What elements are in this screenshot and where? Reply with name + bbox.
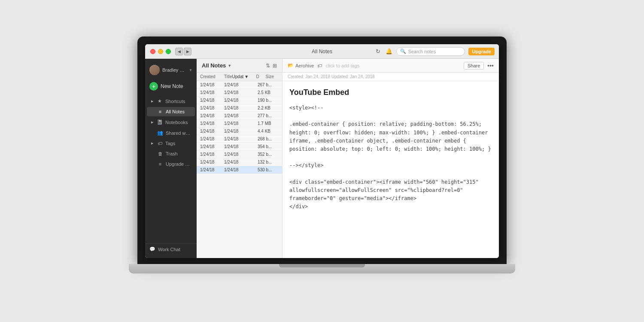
- table-row[interactable]: 1/24/18 ASC Pins 1/24/18 354 b...: [197, 143, 282, 151]
- table-row[interactable]: 1/24/18 Kids Apple ID 1/24/18 277 b...: [197, 112, 282, 120]
- cell-updated: 1/24/18: [224, 167, 248, 172]
- sidebar-item-label: Upgrade Team: [166, 161, 191, 167]
- cell-created: 1/24/18: [200, 82, 224, 87]
- cell-size: 530 b...: [258, 167, 281, 172]
- new-note-button[interactable]: + New Note: [145, 79, 197, 93]
- cell-updated: 1/24/18: [224, 90, 248, 95]
- trash-icon: 🗑: [157, 151, 163, 156]
- cell-updated: 1/24/18: [224, 121, 248, 126]
- cell-created: 1/24/18: [200, 113, 224, 118]
- cell-updated: 1/24/18: [224, 137, 248, 141]
- cell-size: 268 b...: [258, 137, 281, 141]
- detail-toolbar-right: Share •••: [464, 62, 494, 70]
- sidebar-item-label: Notebooks: [165, 120, 188, 125]
- table-row[interactable]: 1/24/18 App Testing 1/24/18 2.2 KB: [197, 104, 282, 112]
- cell-updated: 1/24/18: [224, 129, 248, 134]
- sort-icon[interactable]: ⇅: [266, 63, 270, 69]
- close-button[interactable]: [150, 49, 155, 54]
- sidebar-item-notebooks[interactable]: ▶ 📓 Notebooks: [147, 117, 195, 127]
- col-updated: Updat ▼: [232, 74, 256, 79]
- cell-updated: 1/24/18: [224, 98, 248, 103]
- notes-list-header-icons: ⇅ ⊞: [266, 63, 277, 69]
- sidebar-username: Bradley Chamb...: [162, 67, 186, 73]
- cell-size: 2.2 KB: [258, 106, 281, 110]
- cell-size: 267 b...: [258, 82, 281, 87]
- cell-size: 354 b...: [258, 144, 281, 149]
- sidebar-user[interactable]: Bradley Chamb... ▼: [145, 62, 197, 78]
- table-row[interactable]: 1/24/18 Misc Contacts 1/24/18 2.5 KB: [197, 89, 282, 97]
- triangle-icon: ▶: [151, 100, 153, 103]
- note-body: <style><!-- .embed-container { position:…: [289, 104, 492, 211]
- detail-meta: Created: Jan 24, 2018 Updated: Jan 24, 2…: [283, 73, 499, 81]
- notes-rows: 1/24/18 Barnes and Noble 1/24/18 267 b..…: [197, 81, 282, 258]
- sort-arrow-icon: ▼: [244, 74, 249, 79]
- window-title: All Notes: [312, 49, 332, 55]
- tag-icon: 🏷: [317, 63, 322, 68]
- maximize-button[interactable]: [166, 49, 171, 54]
- sidebar-item-all-notes[interactable]: ≡ All Notes: [147, 107, 195, 116]
- view-toggle-icon[interactable]: ⊞: [273, 63, 277, 69]
- notes-icon: ≡: [157, 109, 163, 114]
- refresh-icon[interactable]: ↻: [374, 48, 382, 55]
- triangle-icon: ▶: [151, 121, 153, 124]
- cell-size: 352 b...: [258, 152, 281, 157]
- detail-toolbar: 📂 Aerohive 🏷 click to add tags Share •••: [283, 59, 499, 73]
- sidebar-item-tags[interactable]: ▶ 🏷 Tags: [147, 139, 195, 148]
- sidebar-item-label: All Notes: [166, 109, 185, 114]
- traffic-lights: [145, 49, 171, 54]
- note-tag-icon: 🏷: [317, 63, 322, 68]
- table-row[interactable]: 1/24/18 SkyMiles 1/24/18 190 b...: [197, 97, 282, 104]
- col-title: Title: [224, 74, 232, 79]
- detail-content: YouTube Embed <style><!-- .embed-contain…: [283, 81, 499, 258]
- more-options-icon[interactable]: •••: [487, 62, 494, 69]
- sidebar-item-upgrade-team[interactable]: ≡ Upgrade Team: [147, 159, 195, 169]
- notes-list-header: All Notes ▼ ⇅ ⊞: [197, 59, 282, 73]
- col-size: Size: [266, 74, 283, 79]
- screen-bezel: ◀ ▶ All Notes ↻ 🔔 🔍 Search notes Upgrade: [137, 36, 507, 264]
- sidebar-item-shared[interactable]: 👥 Shared with Me: [147, 128, 195, 138]
- cell-size: 132 b...: [258, 160, 281, 164]
- cell-updated: 1/24/18: [224, 113, 248, 118]
- cell-created: 1/24/18: [200, 98, 224, 103]
- sidebar-item-label: Shortcuts: [165, 99, 185, 104]
- upgrade-team-icon: ≡: [157, 161, 163, 167]
- work-chat-button[interactable]: 💬 Work Chat: [145, 243, 197, 255]
- sidebar-item-trash[interactable]: 🗑 Trash: [147, 149, 195, 158]
- plus-icon: +: [149, 82, 158, 91]
- notebook-icon: 📓: [157, 119, 163, 125]
- add-tags-placeholder[interactable]: click to add tags: [325, 63, 359, 68]
- nav-arrows: ◀ ▶: [175, 48, 191, 55]
- bell-icon[interactable]: 🔔: [385, 48, 393, 55]
- notes-list-panel: All Notes ▼ ⇅ ⊞ Created Title Updat: [197, 59, 283, 258]
- cell-size: 4.4 KB: [258, 129, 281, 134]
- upgrade-button[interactable]: Upgrade: [468, 48, 495, 55]
- app-window: ◀ ▶ All Notes ↻ 🔔 🔍 Search notes Upgrade: [145, 44, 499, 258]
- cell-created: 1/24/18: [200, 129, 224, 134]
- laptop-shell: ◀ ▶ All Notes ↻ 🔔 🔍 Search notes Upgrade: [137, 36, 507, 286]
- dropdown-arrow-icon: ▼: [228, 64, 231, 68]
- star-icon: ★: [157, 98, 163, 104]
- minimize-button[interactable]: [158, 49, 163, 54]
- table-row[interactable]: 1/24/18 Untitled 1/24/18 132 b...: [197, 158, 282, 166]
- sidebar-item-shortcuts[interactable]: ▶ ★ Shortcuts: [147, 96, 195, 106]
- cell-created: 1/24/18: [200, 160, 224, 164]
- notes-list-title-text: All Notes: [202, 62, 226, 69]
- back-button[interactable]: ◀: [175, 48, 183, 55]
- share-button[interactable]: Share: [464, 62, 484, 70]
- table-row[interactable]: 1/24/18 Atom Notes 1/24/18 4.4 KB: [197, 128, 282, 135]
- cell-created: 1/24/18: [200, 152, 224, 157]
- table-row[interactable]: 1/24/18 Barnes and Noble 1/24/18 267 b..…: [197, 81, 282, 89]
- table-row[interactable]: 1/24/18 EPB Login 1/24/18 352 b...: [197, 151, 282, 158]
- table-row[interactable]: 1/24/18 Lead Gen 1/24/18 1.7 MB: [197, 120, 282, 128]
- cell-updated: 1/24/18: [224, 144, 248, 149]
- cell-size: 1.7 MB: [258, 121, 281, 126]
- forward-button[interactable]: ▶: [184, 48, 191, 55]
- laptop-hinge: [279, 264, 365, 267]
- cell-updated: 1/24/18: [224, 152, 248, 157]
- cell-size: 2.5 KB: [258, 90, 281, 95]
- triangle-icon: ▶: [151, 142, 153, 145]
- table-row[interactable]: 1/24/18 Best Steak Marinade i... 1/24/18…: [197, 166, 282, 174]
- table-row[interactable]: 1/24/18 Re-Enrollment 1/24/18 268 b...: [197, 135, 282, 143]
- sidebar-item-label: Trash: [166, 151, 178, 156]
- search-bar[interactable]: 🔍 Search notes: [396, 47, 465, 56]
